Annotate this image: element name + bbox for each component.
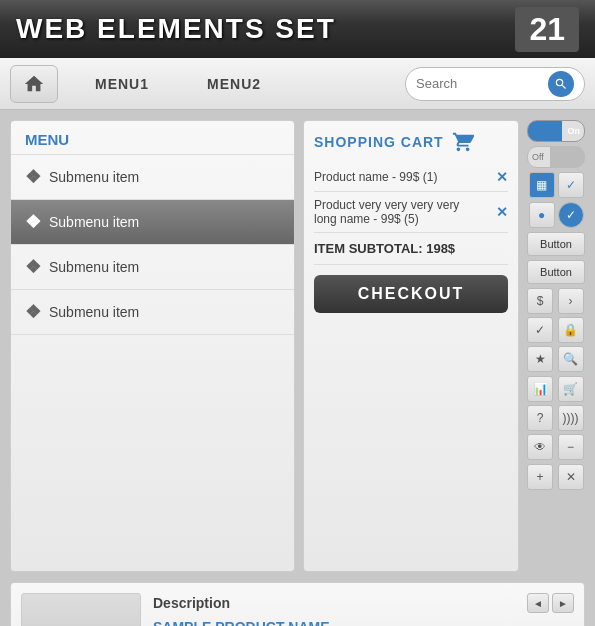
toggle-on-label: On xyxy=(568,126,581,136)
cart-item-row-1: Product name - 99$ (1) ✕ xyxy=(314,163,508,192)
star-icon[interactable]: ★ xyxy=(527,346,553,372)
home-icon xyxy=(23,73,45,95)
icon-row-2: ● ✓ xyxy=(527,202,585,228)
cart-item-name-2: Product very very very verylong name - 9… xyxy=(314,198,459,226)
chart-icon[interactable]: 📊 xyxy=(527,376,553,402)
menu-bullet-3: ❖ xyxy=(25,256,41,278)
search-icon xyxy=(554,77,568,91)
lock-icon[interactable]: 🔒 xyxy=(558,317,584,343)
product-desc-label: Description xyxy=(153,595,230,611)
cart-item-row-2: Product very very very verylong name - 9… xyxy=(314,192,508,233)
menu-title: MENU xyxy=(11,121,294,155)
header: WEB ELEMENTS SET 21 xyxy=(0,0,595,58)
cart-subtotal: ITEM SUBTOTAL: 198$ xyxy=(314,233,508,265)
menu-bullet-1: ❖ xyxy=(25,166,41,188)
magnify-icon[interactable]: 🔍 xyxy=(558,346,584,372)
navbar: MENU1 MENU2 xyxy=(0,58,595,110)
cart-panel: SHOPPING CART Product name - 99$ (1) ✕ P… xyxy=(303,120,519,572)
header-number: 21 xyxy=(515,7,579,52)
menu-panel: MENU ❖ Submenu item ❖ Submenu item ❖ Sub… xyxy=(10,120,295,572)
product-info-header: Description ◄ ► xyxy=(153,593,574,613)
eye-icon[interactable]: 👁 xyxy=(527,434,553,460)
sidebar-button-1[interactable]: Button xyxy=(527,232,585,256)
nav-search-button[interactable] xyxy=(548,71,574,97)
menu-item-label-1: Submenu item xyxy=(49,169,139,185)
cart-item-name-1: Product name - 99$ (1) xyxy=(314,170,437,184)
nav-menu1[interactable]: MENU1 xyxy=(66,65,178,103)
cart-item-remove-1[interactable]: ✕ xyxy=(496,169,508,185)
checkout-button[interactable]: CHECKOUT xyxy=(314,275,508,313)
icon-row-1: ▦ ✓ xyxy=(527,172,585,198)
sidebar-icon-grid-2: 📊 🛒 ? )))) 👁 − xyxy=(527,376,585,460)
menu-item-label-3: Submenu item xyxy=(49,259,139,275)
toggle-off-label: Off xyxy=(532,152,544,162)
checkmark-icon[interactable]: ✓ xyxy=(527,317,553,343)
cart-small-icon[interactable]: 🛒 xyxy=(558,376,584,402)
menu-item-4[interactable]: ❖ Submenu item xyxy=(11,290,294,335)
header-title: WEB ELEMENTS SET xyxy=(16,13,336,45)
sidebar-icon-grid-3: + ✕ xyxy=(527,464,585,490)
icon-squares[interactable]: ▦ xyxy=(529,172,555,198)
icon-circle[interactable]: ● xyxy=(529,202,555,228)
icon-check-blue[interactable]: ✓ xyxy=(558,172,584,198)
menu-item-2[interactable]: ❖ Submenu item xyxy=(11,200,294,245)
close-icon[interactable]: ✕ xyxy=(558,464,584,490)
chevron-right-icon[interactable]: › xyxy=(558,288,584,314)
menu-bullet-4: ❖ xyxy=(25,301,41,323)
main-content: MENU ❖ Submenu item ❖ Submenu item ❖ Sub… xyxy=(0,110,595,582)
nav-search-input[interactable] xyxy=(416,76,544,91)
sidebar-icon-grid-1: $ › ✓ 🔒 ★ 🔍 xyxy=(527,288,585,372)
icon-circle-check[interactable]: ✓ xyxy=(558,202,584,228)
dollar-icon[interactable]: $ xyxy=(527,288,553,314)
product-name: SAMPLE PRODUCT NAME xyxy=(153,619,574,626)
product-arrow-right[interactable]: ► xyxy=(552,593,574,613)
product-image: ‹ › xyxy=(21,593,141,626)
cart-title: SHOPPING CART xyxy=(314,134,444,150)
home-button[interactable] xyxy=(10,65,58,103)
ui-sidebar: On Off ▦ ✓ ● ✓ Button Button $ › ✓ 🔒 ★ 🔍… xyxy=(527,120,585,572)
cart-icon xyxy=(452,131,474,153)
nav-search-wrap xyxy=(405,67,585,101)
menu-item-3[interactable]: ❖ Submenu item xyxy=(11,245,294,290)
menu-item-1[interactable]: ❖ Submenu item xyxy=(11,155,294,200)
product-info: Description ◄ ► SAMPLE PRODUCT NAME Samp… xyxy=(153,593,574,626)
product-arrows: ◄ ► xyxy=(527,593,574,613)
cart-item-remove-2[interactable]: ✕ xyxy=(496,204,508,220)
nav-menu2[interactable]: MENU2 xyxy=(178,65,290,103)
menu-item-label-2: Submenu item xyxy=(49,214,139,230)
toggle-off[interactable]: Off xyxy=(527,146,585,168)
product-section: ‹ › Description ◄ ► SAMPLE PRODUCT NAME … xyxy=(10,582,585,626)
rss-icon[interactable]: )))) xyxy=(558,405,584,431)
minus-icon[interactable]: − xyxy=(558,434,584,460)
toggle-on[interactable]: On xyxy=(527,120,585,142)
menu-bullet-2: ❖ xyxy=(25,211,41,233)
plus-icon[interactable]: + xyxy=(527,464,553,490)
product-arrow-left[interactable]: ◄ xyxy=(527,593,549,613)
cart-header: SHOPPING CART xyxy=(314,131,508,153)
menu-item-label-4: Submenu item xyxy=(49,304,139,320)
sidebar-button-2[interactable]: Button xyxy=(527,260,585,284)
question-icon[interactable]: ? xyxy=(527,405,553,431)
